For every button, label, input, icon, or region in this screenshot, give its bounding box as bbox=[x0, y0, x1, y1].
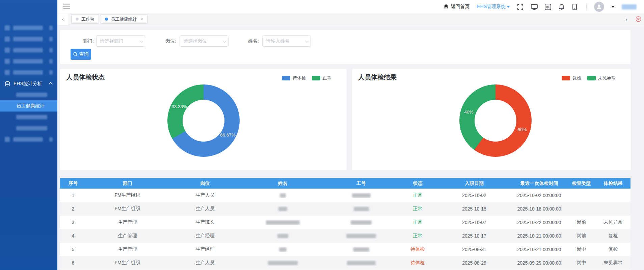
donut-hole bbox=[475, 100, 516, 142]
tabs-scroll-left-icon[interactable]: ‹ bbox=[57, 14, 69, 25]
dept-label: 部门: bbox=[70, 35, 94, 47]
table-cell-no: 1 bbox=[60, 193, 86, 198]
sidebar-item-masked[interactable] bbox=[0, 22, 57, 33]
tab-label: 员工健康统计 bbox=[111, 16, 137, 22]
sidebar-subitem-masked[interactable] bbox=[0, 112, 57, 123]
legend-item-未见异常[interactable]: 未见异常 bbox=[587, 75, 616, 81]
sidebar-menu: EHS统计分析员工健康统计 bbox=[0, 22, 57, 145]
table-cell-empno bbox=[324, 260, 398, 266]
search-button[interactable]: 查询 bbox=[71, 49, 91, 60]
subitem-label-masked bbox=[16, 93, 47, 97]
divider bbox=[586, 4, 587, 10]
name-input[interactable]: 请输入姓名 bbox=[262, 35, 311, 47]
sidebar-item-employee-health[interactable]: 员工健康统计 bbox=[0, 100, 57, 112]
table-row[interactable]: 1FM生产组织生产人员正常2025-10-022025-10-02 00:00:… bbox=[60, 189, 630, 202]
chart-card-health-result: 人员体检结果 复检未见异常 60%40% bbox=[352, 69, 631, 170]
menu-item-icon bbox=[5, 25, 10, 30]
close-all-tabs-icon[interactable] bbox=[636, 16, 641, 22]
empno-masked bbox=[351, 220, 372, 225]
table-row[interactable]: 5生产管理生产经理待体检2025-08-312025-10-21 00:00:0… bbox=[60, 243, 630, 256]
avatar[interactable] bbox=[594, 2, 604, 12]
menu-item-icon bbox=[5, 59, 10, 64]
fullscreen-icon[interactable] bbox=[517, 4, 524, 10]
subitem-label: 员工健康统计 bbox=[16, 103, 45, 109]
chevron-down-icon bbox=[305, 39, 309, 42]
legend-item-待体检[interactable]: 待体检 bbox=[282, 75, 306, 81]
tab-员工健康统计[interactable]: 员工健康统计× bbox=[101, 15, 147, 24]
tab-status-dot bbox=[105, 18, 108, 21]
chevron-icon-masked bbox=[49, 48, 53, 52]
table-row[interactable]: 4生产管理生产经理正常2025-10-172025-10-21 00:00:00… bbox=[60, 229, 630, 243]
hamburger-menu-icon[interactable] bbox=[63, 3, 70, 10]
system-name: EHS管理系统 bbox=[477, 4, 506, 10]
table-cell-last_check: 2025-10-18 00:00:00 bbox=[511, 206, 567, 212]
table-cell-dept: 生产管理 bbox=[86, 246, 169, 252]
legend-label: 复检 bbox=[572, 75, 581, 81]
user-caret-down-icon[interactable] bbox=[612, 6, 614, 8]
monitor-icon[interactable] bbox=[531, 4, 537, 10]
table-cell-dept: FM生产组织 bbox=[86, 260, 169, 266]
post-select[interactable]: 请选择岗位 bbox=[180, 35, 229, 47]
tab-工作台[interactable]: 工作台 bbox=[71, 15, 99, 24]
phone-icon[interactable] bbox=[572, 4, 579, 10]
sidebar-item-masked[interactable] bbox=[0, 33, 57, 45]
legend-swatch bbox=[562, 76, 570, 80]
font-size-icon[interactable]: 中 bbox=[545, 4, 551, 10]
empno-masked bbox=[353, 247, 369, 252]
slice-label-正常: 33.33% bbox=[171, 104, 187, 109]
tab-close-icon[interactable]: × bbox=[140, 17, 143, 22]
donut-chart[interactable] bbox=[167, 84, 240, 157]
table-cell-name bbox=[241, 233, 324, 239]
table-row[interactable]: 6FM生产组织生产人员待体检2025-08-292025-09-29 00:00… bbox=[60, 256, 630, 270]
table-cell-hire_date: 2025-10-18 bbox=[437, 206, 511, 212]
empno-masked bbox=[347, 261, 376, 265]
caret-down-icon bbox=[507, 6, 510, 8]
sidebar-item-masked[interactable] bbox=[0, 45, 57, 56]
table-cell-status: 待体检 bbox=[398, 246, 437, 252]
table-header-cell: 姓名 bbox=[241, 180, 324, 187]
chart-legend: 复检未见异常 bbox=[562, 75, 616, 81]
sidebar-subitem-masked[interactable] bbox=[0, 123, 57, 134]
system-switcher[interactable]: EHS管理系统 bbox=[477, 4, 510, 10]
sidebar-item-masked[interactable] bbox=[0, 134, 57, 145]
table-cell-status: 待体检 bbox=[398, 260, 437, 266]
sidebar-subitem-masked[interactable] bbox=[0, 89, 57, 100]
donut-hole bbox=[183, 100, 224, 142]
sidebar-group-ehs-stats[interactable]: EHS统计分析 bbox=[0, 78, 57, 89]
employee-health-table: 序号部门岗位姓名工号状态入职日期最近一次体检时间检查类型体检结果 1FM生产组织… bbox=[60, 178, 630, 270]
table-cell-name bbox=[241, 247, 324, 252]
main-content: 部门: 请选择部门 岗位: 请选择岗位 姓名: 请输入姓名 查询 bbox=[57, 25, 644, 270]
sidebar-item-masked[interactable] bbox=[0, 56, 57, 67]
menu-item-icon bbox=[5, 48, 10, 53]
legend-item-正常[interactable]: 正常 bbox=[312, 75, 331, 81]
tab-list: 工作台员工健康统计× bbox=[71, 15, 147, 24]
table-cell-status: 正常 bbox=[398, 219, 437, 225]
table-header-cell: 岗位 bbox=[169, 180, 241, 187]
search-button-label: 查询 bbox=[79, 51, 89, 57]
bell-icon[interactable] bbox=[559, 4, 565, 10]
menu-item-icon bbox=[5, 70, 10, 75]
legend-item-复检[interactable]: 复检 bbox=[562, 75, 581, 81]
sidebar-item-masked[interactable] bbox=[0, 67, 57, 78]
slice-label-待体检: 66.67% bbox=[220, 132, 236, 137]
donut-chart[interactable] bbox=[459, 84, 532, 157]
legend-label: 未见异常 bbox=[598, 75, 616, 81]
chart-title: 人员体检状态 bbox=[66, 73, 105, 82]
dept-select[interactable]: 请选择部门 bbox=[96, 35, 145, 47]
sidebar: EHS统计分析员工健康统计 bbox=[0, 0, 57, 270]
table-cell-check_type: 岗中 bbox=[567, 260, 596, 266]
table-cell-result: 未见异常 bbox=[596, 260, 630, 266]
filter-row: 部门: 请选择部门 岗位: 请选择岗位 姓名: 请输入姓名 bbox=[60, 35, 630, 47]
back-home-link[interactable]: 返回首页 bbox=[444, 4, 469, 10]
tabs-scroll-right-icon[interactable]: › bbox=[621, 14, 632, 25]
table-header-row: 序号部门岗位姓名工号状态入职日期最近一次体检时间检查类型体检结果 bbox=[60, 178, 630, 189]
menu-item-label-masked bbox=[13, 48, 43, 52]
table-row[interactable]: 2FM生产组织生产人员正常2025-10-182025-10-18 00:00:… bbox=[60, 202, 630, 216]
table-cell-hire_date: 2025-10-07 bbox=[437, 220, 511, 225]
name-masked bbox=[277, 234, 288, 238]
name-label: 姓名: bbox=[235, 35, 259, 47]
table-row[interactable]: 3生产管理生产班长正常2025-10-072025-10-22 00:00:00… bbox=[60, 216, 630, 229]
sidebar-group-label: EHS统计分析 bbox=[14, 81, 42, 87]
name-placeholder: 请输入姓名 bbox=[266, 38, 305, 44]
app-root: EHS统计分析员工健康统计 返回首页 EHS管理系统 bbox=[0, 0, 644, 270]
